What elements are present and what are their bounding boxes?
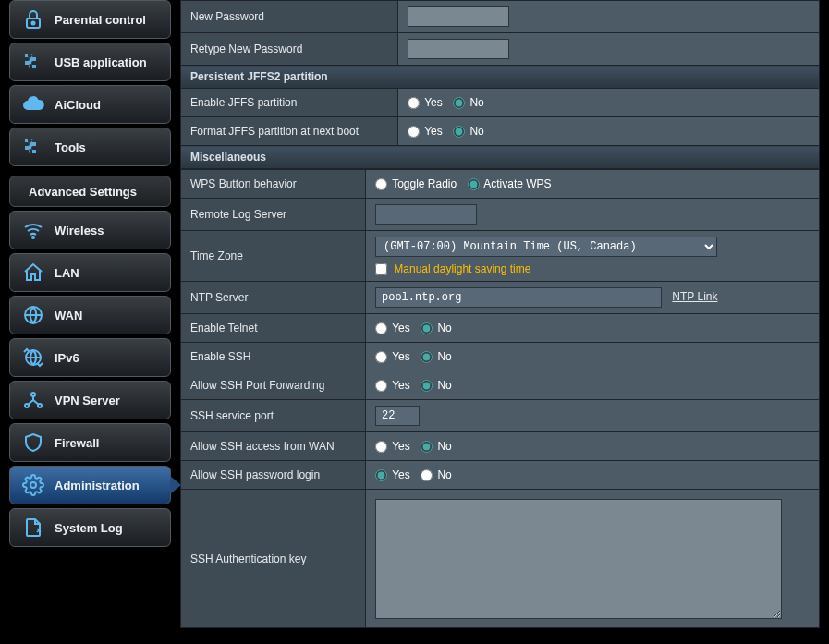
new-password-input[interactable]	[408, 6, 509, 27]
ssh-port-input[interactable]	[375, 406, 420, 426]
sidebar-item-wireless[interactable]: Wireless	[9, 211, 171, 249]
wps-label: WPS Button behavior	[181, 170, 366, 199]
ntp-link[interactable]: NTP Link	[672, 290, 717, 303]
timezone-select[interactable]: (GMT-07:00) Mountain Time (US, Canada)	[375, 237, 717, 257]
timezone-label: Time Zone	[181, 231, 366, 282]
remote-log-input[interactable]	[375, 204, 477, 225]
format-jffs-radio[interactable]: Yes No	[408, 125, 492, 138]
sidebar-item-vpn[interactable]: VPN Server	[9, 381, 171, 419]
new-password-label: New Password	[181, 1, 398, 33]
dst-checkbox[interactable]	[375, 263, 387, 275]
document-icon	[19, 514, 47, 541]
jffs2-section-header: Persistent JFFS2 partition	[181, 66, 820, 89]
puzzle-icon	[19, 133, 47, 161]
telnet-label: Enable Telnet	[181, 314, 366, 343]
home-icon	[19, 259, 47, 286]
svg-point-5	[31, 393, 35, 396]
sidebar-item-lan[interactable]: LAN	[9, 253, 171, 292]
svg-point-1	[32, 22, 35, 25]
ssh-authkey-textarea[interactable]	[375, 499, 782, 619]
sidebar-item-label: Administration	[55, 479, 140, 492]
dst-label: Manual daylight saving time	[394, 262, 530, 275]
sidebar-item-label: WAN	[55, 309, 82, 322]
ssh-authkey-label: SSH Authentication key	[181, 490, 366, 628]
sidebar-item-label: System Log	[55, 521, 123, 535]
sidebar-item-ipv6[interactable]: IPv6	[9, 338, 171, 377]
globe-arrows-icon	[19, 344, 47, 371]
ntp-server-input[interactable]	[375, 287, 662, 308]
enable-jffs-label: Enable JFFS partition	[181, 89, 398, 117]
ssh-fwd-label: Allow SSH Port Forwarding	[181, 371, 366, 400]
ssh-pwlogin-radio[interactable]: Yes No	[375, 468, 459, 481]
cloud-icon	[19, 91, 47, 118]
ssh-label: Enable SSH	[181, 343, 366, 371]
sidebar-item-label: Tools	[55, 140, 86, 154]
wps-radio[interactable]: Toggle Radio Activate WPS	[375, 177, 559, 190]
sidebar-item-administration[interactable]: Administration	[9, 466, 171, 504]
globe-icon	[19, 301, 47, 329]
sidebar-item-firewall[interactable]: Firewall	[9, 423, 171, 462]
sidebar-item-label: LAN	[55, 266, 79, 280]
main-panel: New Password Retype New Password Persist…	[180, 0, 829, 644]
ssh-pwlogin-label: Allow SSH password login	[181, 461, 366, 490]
shield-icon	[19, 429, 47, 456]
retype-password-input[interactable]	[408, 39, 509, 59]
sidebar-item-parental[interactable]: Parental control	[9, 0, 171, 39]
sidebar-item-aicloud[interactable]: AiCloud	[9, 85, 171, 124]
gear-icon	[19, 471, 47, 499]
puzzle-icon	[19, 48, 47, 76]
sidebar: Parental control USB application AiCloud…	[0, 0, 180, 644]
sidebar-item-label: IPv6	[55, 351, 79, 365]
misc-section-header: Miscellaneous	[181, 146, 820, 169]
remote-log-label: Remote Log Server	[181, 199, 366, 231]
sidebar-item-usb[interactable]: USB application	[9, 43, 171, 81]
sidebar-item-systemlog[interactable]: System Log	[9, 508, 171, 547]
retype-password-label: Retype New Password	[181, 33, 398, 66]
sidebar-item-label: AiCloud	[55, 98, 101, 112]
ssh-radio[interactable]: Yes No	[375, 350, 459, 363]
sidebar-item-label: Firewall	[55, 436, 99, 450]
sidebar-item-wan[interactable]: WAN	[9, 296, 171, 334]
network-icon	[19, 386, 47, 414]
sidebar-item-label: Wireless	[55, 224, 104, 237]
lock-icon	[19, 6, 47, 33]
ntp-label: NTP Server	[181, 282, 366, 314]
advanced-settings-header: Advanced Settings	[9, 176, 171, 207]
sidebar-item-tools[interactable]: Tools	[9, 128, 171, 166]
sidebar-item-label: USB application	[55, 55, 147, 69]
svg-point-2	[32, 237, 34, 238]
ssh-wan-radio[interactable]: Yes No	[375, 440, 459, 453]
enable-jffs-radio[interactable]: Yes No	[408, 96, 492, 109]
ssh-wan-label: Allow SSH access from WAN	[181, 432, 366, 461]
ssh-port-label: SSH service port	[181, 400, 366, 432]
wifi-icon	[19, 216, 47, 244]
sidebar-item-label: VPN Server	[55, 394, 120, 407]
telnet-radio[interactable]: Yes No	[375, 322, 459, 334]
ssh-fwd-radio[interactable]: Yes No	[375, 379, 459, 392]
format-jffs-label: Format JFFS partition at next boot	[181, 117, 398, 146]
svg-point-8	[30, 482, 36, 488]
sidebar-item-label: Parental control	[55, 13, 146, 27]
